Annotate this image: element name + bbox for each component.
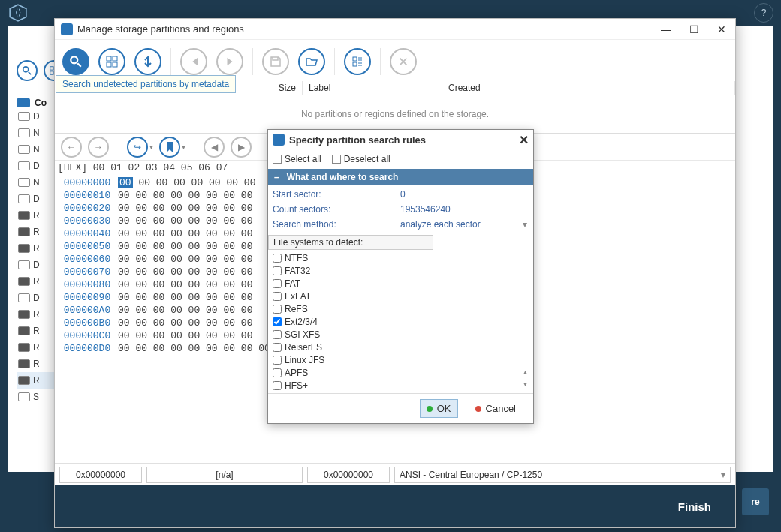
chevron-down-icon[interactable]: ▾	[149, 143, 153, 151]
sidebar-item[interactable]: R	[17, 306, 58, 323]
sidebar-item[interactable]: R	[17, 207, 58, 224]
fs-checkbox[interactable]	[273, 343, 282, 352]
maximize-button[interactable]: ☐	[686, 22, 702, 37]
ok-button[interactable]: OK	[420, 399, 458, 418]
outer-help-icon[interactable]: ?	[754, 3, 773, 23]
sidebar-item[interactable]: R	[17, 372, 58, 389]
dialog-close-button[interactable]	[390, 48, 417, 75]
sidebar-item[interactable]: D	[17, 257, 58, 273]
status-offset2[interactable]: 0x00000000	[307, 467, 390, 483]
section-header[interactable]: – What and where to search	[268, 169, 533, 185]
fs-label: SGI XFS	[285, 329, 320, 340]
fs-checkbox-item[interactable]: Linux JFS	[273, 353, 529, 366]
dialog-titlebar: Specify partition search rules ✕	[268, 130, 533, 149]
skip-back-button[interactable]	[180, 48, 207, 75]
fs-checkbox[interactable]	[273, 330, 282, 339]
deselect-all-button[interactable]: Deselect all	[332, 154, 390, 164]
fs-checkbox-item[interactable]: FAT	[273, 277, 529, 290]
sidebar-item[interactable]: S	[17, 389, 58, 405]
close-button[interactable]: ✕	[714, 22, 729, 37]
grid-button[interactable]	[98, 48, 125, 75]
bookmark-button[interactable]	[159, 137, 180, 158]
status-na[interactable]: [n/a]	[146, 467, 303, 483]
down-arrow-button[interactable]	[134, 48, 161, 75]
goto-button[interactable]: ↪	[127, 137, 148, 158]
finish-button[interactable]: Finish	[678, 500, 711, 513]
start-sector-label: Start sector:	[268, 189, 397, 200]
fs-checkbox[interactable]	[273, 381, 282, 390]
sidebar-item[interactable]: R	[17, 339, 58, 356]
sidebar-item[interactable]: N	[17, 141, 58, 158]
fs-checkbox-item[interactable]: APFS	[273, 366, 529, 379]
sidebar-header[interactable]: Co	[17, 98, 58, 108]
sidebar-item[interactable]: D	[17, 158, 58, 174]
sidebar-item[interactable]: D	[17, 108, 58, 125]
dialog-buttons: OK Cancel	[268, 393, 533, 423]
sidebar-item[interactable]: N	[17, 125, 58, 141]
properties-button[interactable]	[344, 48, 371, 75]
fs-checkbox[interactable]	[273, 305, 282, 314]
fs-checkbox[interactable]	[273, 254, 282, 263]
sidebar-item[interactable]: D	[17, 191, 58, 207]
th-created[interactable]: Created	[442, 81, 735, 95]
fs-checkbox-item[interactable]: FAT32	[273, 264, 529, 277]
fs-checkbox-item[interactable]: ExFAT	[273, 290, 529, 302]
fs-checkbox[interactable]	[273, 356, 282, 365]
fs-label: FAT	[285, 278, 300, 289]
select-all-button[interactable]: Select all	[273, 154, 321, 164]
fs-checkbox-item[interactable]: SGI XFS	[273, 328, 529, 341]
fs-checkbox-item[interactable]: ReiserFS	[273, 341, 529, 353]
start-sector-value[interactable]: 0	[397, 189, 533, 200]
fs-checkbox[interactable]	[273, 292, 282, 301]
next-button[interactable]: ▶	[231, 137, 252, 158]
outer-footer-button[interactable]: re	[742, 488, 769, 515]
minimize-button[interactable]: —	[658, 22, 674, 37]
nav-forward-button[interactable]: →	[88, 137, 109, 158]
dialog-close-button[interactable]: ✕	[519, 133, 529, 147]
sidebar-item[interactable]: N	[17, 174, 58, 191]
fs-checkbox[interactable]	[273, 266, 282, 275]
svg-text:⟨⟩: ⟨⟩	[15, 8, 21, 17]
svg-point-2	[23, 67, 29, 72]
scroll-down-icon[interactable]: ▾	[520, 380, 530, 390]
fs-checkbox[interactable]	[273, 317, 282, 326]
sidebar-item[interactable]: R	[17, 240, 58, 257]
play-button[interactable]	[216, 48, 243, 75]
count-sectors-value[interactable]: 1953546240	[397, 204, 533, 215]
chevron-down-icon[interactable]: ▾	[182, 143, 185, 151]
ok-dot-icon	[427, 406, 433, 412]
status-encoding[interactable]: ANSI - Central European / CP-1250▾	[394, 467, 731, 483]
sidebar-item[interactable]: R	[17, 224, 58, 240]
svg-rect-11	[113, 56, 117, 61]
status-offset1[interactable]: 0x00000000	[59, 467, 142, 483]
search-method-dropdown[interactable]: analyze each sector▾	[397, 219, 533, 230]
fs-checkbox-item[interactable]: ReFS	[273, 302, 529, 315]
chevron-down-icon[interactable]: ▾	[721, 470, 725, 480]
dialog-scrollbar[interactable]: ▴ ▾	[520, 220, 530, 390]
svg-rect-6	[50, 71, 53, 74]
th-label[interactable]: Label	[303, 81, 442, 95]
sidebar-item[interactable]: R	[17, 273, 58, 290]
search-metadata-button[interactable]	[62, 48, 89, 75]
fs-checkbox[interactable]	[273, 279, 282, 288]
fs-label: APFS	[285, 368, 308, 378]
fs-label: FAT32	[285, 266, 310, 276]
save-button[interactable]	[262, 48, 289, 75]
nav-back-button[interactable]: ←	[61, 137, 82, 158]
fs-checkbox-item[interactable]: Ext2/3/4	[273, 315, 529, 328]
open-button[interactable]	[298, 48, 325, 75]
sidebar-item[interactable]: D	[17, 290, 58, 306]
fs-checkbox-item[interactable]: HFS+	[273, 379, 529, 392]
svg-rect-14	[353, 57, 357, 61]
outer-search-icon[interactable]	[17, 60, 38, 81]
check-all-icon	[273, 155, 282, 164]
sidebar-item[interactable]: R	[17, 323, 58, 339]
cancel-button[interactable]: Cancel	[469, 399, 523, 418]
fs-checkbox-item[interactable]: NTFS	[273, 251, 529, 264]
prev-button[interactable]: ◀	[204, 137, 225, 158]
sidebar-item[interactable]: R	[17, 356, 58, 372]
fs-checkbox[interactable]	[273, 368, 282, 377]
count-sectors-row: Count sectors: 1953546240	[268, 202, 533, 217]
svg-rect-17	[353, 62, 357, 66]
scroll-up-icon[interactable]: ▴	[520, 368, 530, 378]
